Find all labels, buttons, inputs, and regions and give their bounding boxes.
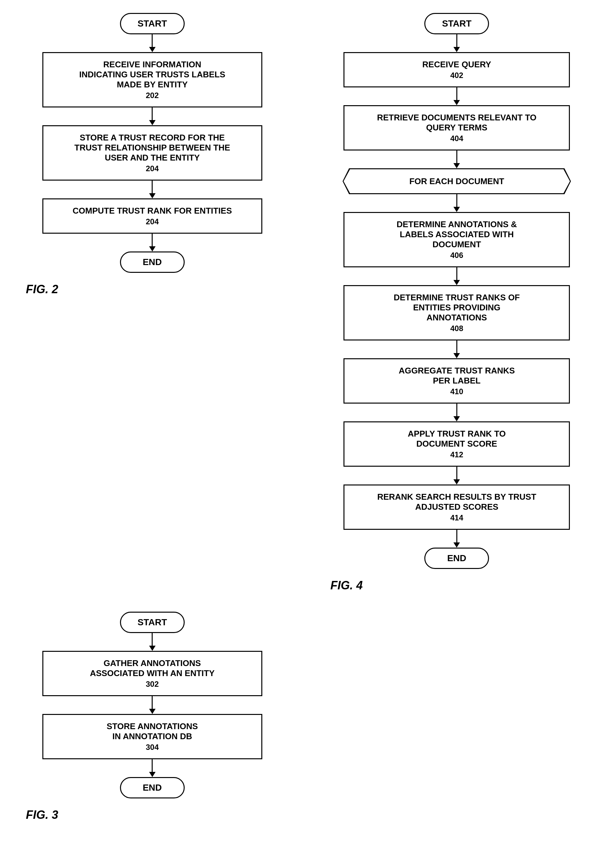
fig4-step404: RETRIEVE DOCUMENTS RELEVANT TOQUERY TERM… xyxy=(343,105,570,150)
arrow xyxy=(453,404,460,422)
page-container: START RECEIVE INFORMATIONINDICATING USER… xyxy=(13,13,596,822)
fig3-step302: GATHER ANNOTATIONSASSOCIATED WITH AN ENT… xyxy=(42,651,262,696)
fig4-step402: RECEIVE QUERY 402 xyxy=(343,52,570,87)
fig4-label: FIG. 4 xyxy=(318,579,363,592)
arrow xyxy=(453,467,460,485)
arrow xyxy=(453,530,460,547)
arrow xyxy=(453,34,460,52)
arrow xyxy=(453,87,460,105)
arrow xyxy=(149,181,156,198)
arrow xyxy=(149,34,156,52)
arrow xyxy=(453,341,460,358)
arrow xyxy=(149,696,156,714)
fig4-flowchart: START RECEIVE QUERY 402 RETRIEVE DOCUMEN… xyxy=(318,13,597,592)
fig4-foreach: FOR EACH DOCUMENT xyxy=(343,168,571,194)
fig2-step204b: COMPUTE TRUST RANK FOR ENTITIES 204 xyxy=(42,198,262,234)
fig2-end: END xyxy=(120,251,185,273)
fig2-step204a: STORE A TRUST RECORD FOR THETRUST RELATI… xyxy=(42,125,262,181)
fig4-step408: DETERMINE TRUST RANKS OFENTITIES PROVIDI… xyxy=(343,285,570,341)
arrow xyxy=(149,759,156,777)
fig2-start: START xyxy=(120,13,185,34)
fig4-step410: AGGREGATE TRUST RANKSPER LABEL 410 xyxy=(343,358,570,404)
arrow xyxy=(149,234,156,251)
fig2-step202: RECEIVE INFORMATIONINDICATING USER TRUST… xyxy=(42,52,262,107)
arrow xyxy=(453,194,460,212)
fig2-label: FIG. 2 xyxy=(13,282,58,296)
fig4-step412: APPLY TRUST RANK TODOCUMENT SCORE 412 xyxy=(343,422,570,467)
fig3-start: START xyxy=(120,612,185,633)
fig4-step406: DETERMINE ANNOTATIONS &LABELS ASSOCIATED… xyxy=(343,212,570,267)
arrow xyxy=(453,267,460,285)
fig3-end: END xyxy=(120,777,185,798)
fig2-flowchart: START RECEIVE INFORMATIONINDICATING USER… xyxy=(13,13,292,592)
arrow xyxy=(149,633,156,651)
arrow xyxy=(453,150,460,168)
fig3-flowchart: START GATHER ANNOTATIONSASSOCIATED WITH … xyxy=(13,612,292,822)
fig4-start: START xyxy=(424,13,489,34)
fig4-end: END xyxy=(424,547,489,569)
fig3-step304: STORE ANNOTATIONSIN ANNOTATION DB 304 xyxy=(42,714,262,759)
fig4-step414: RERANK SEARCH RESULTS BY TRUSTADJUSTED S… xyxy=(343,485,570,530)
arrow xyxy=(149,107,156,125)
fig3-label: FIG. 3 xyxy=(13,808,58,822)
